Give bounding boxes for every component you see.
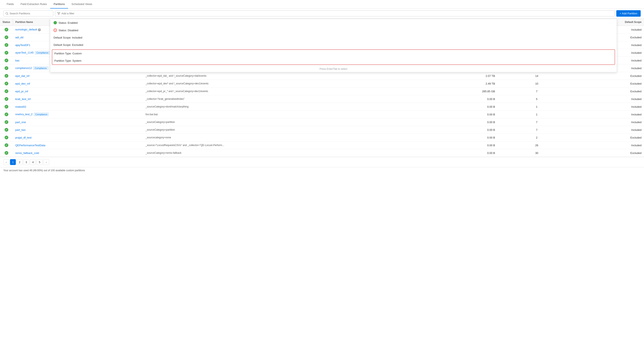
row-retention: 7 [498,126,576,134]
row-retention: 14 [498,72,576,80]
tab-fields[interactable]: Fields [3,0,17,8]
filter-partition-type-system[interactable]: Partition Type: System [52,57,615,64]
table-row: ✓QEPerformanceTestData_source="LocustReq… [0,142,644,149]
row-data-volume: 2.07 TB [405,72,498,80]
row-partition-name[interactable]: QEPerformanceTestData [13,142,143,149]
compliance-badge: Compliance [33,66,48,70]
status-icon-enabled: ✓ [4,51,8,54]
row-partition-name[interactable]: epd_dev_inf [13,80,143,88]
filter-dropdown: ✓ Status: Enabled ✕ Status: Disabled Def… [50,19,617,72]
row-data-volume: 0.00 B [405,126,498,134]
table-row: ✓remix_fallback_cold_sourceCategory=remi… [0,149,644,157]
row-data-volume: 0.00 B [405,149,498,157]
status-icon-enabled: ✓ [4,143,8,147]
filter-partition-type-custom[interactable]: Partition Type: Custom [52,50,615,57]
status-icon-enabled: ✓ [4,74,8,78]
page-5-button[interactable]: 5 [37,159,42,165]
page-4-button[interactable]: 4 [30,159,36,165]
tab-partitions[interactable]: Partitions [50,0,68,8]
row-data-volume: 2.49 TB [405,80,498,88]
row-data-volume: 0.00 B [405,142,498,149]
row-partition-name[interactable]: mstest02 [13,103,143,110]
status-icon-enabled: ✓ [4,105,8,108]
toolbar: + Add Partition ✓ Status: Enabled ✕ Stat… [0,8,644,18]
row-default-scope: Excluded [576,72,644,80]
filter-default-scope-included[interactable]: Default Scope: Included [50,34,617,41]
status-icon-enabled: ✓ [4,66,8,70]
row-partition-name[interactable]: epd_pr_inf [13,88,143,95]
pagination-bar: ‹ 1 2 3 4 5 › [0,157,644,167]
row-status: ✓ [0,118,13,126]
tabs-bar: Fields Field Extraction Rules Partitions… [0,0,644,8]
row-partition-name[interactable]: part_two [13,126,143,134]
row-partition-name[interactable]: nnehra_test_2Compliance [13,110,143,118]
page-3-button[interactable]: 3 [23,159,29,165]
help-icon[interactable]: ? [38,28,41,31]
row-routing: _collector=epd_dev* and !_sourceCategory… [143,80,405,88]
filter-status-enabled[interactable]: ✓ Status: Enabled [50,19,617,26]
table-row: ✓nnehra_test_2Compliancefoo.bar.baz0.00 … [0,110,644,118]
row-data-volume: 0.00 B [405,110,498,118]
row-status: ✓ [0,126,13,134]
row-retention: 7 [498,88,576,95]
row-status: ✓ [0,41,13,49]
filter-partition-type-custom-label: Partition Type: Custom [54,52,82,55]
search-box [3,10,53,16]
row-routing: _sourcecategory=none [143,134,405,142]
add-partition-button[interactable]: + Add Partition [616,10,641,17]
filter-input[interactable] [62,12,612,15]
row-routing: _collector=epd_dat_ and !_sourceCategory… [143,72,405,80]
row-partition-name[interactable]: prajal_df_test [13,134,143,142]
row-routing: _sourceCategory=dont/match/anything [143,103,405,110]
row-status: ✓ [0,64,13,72]
row-retention: 2 [498,134,576,142]
row-data-volume: 0.00 B [405,118,498,126]
filter-default-scope-included-label: Default Scope: Included [54,36,82,39]
row-status: ✓ [0,110,13,118]
page-1-button[interactable]: 1 [10,159,16,165]
row-data-volume: 0.00 B [405,103,498,110]
page-2-button[interactable]: 2 [17,159,22,165]
disabled-icon: ✕ [54,28,57,32]
row-partition-name[interactable]: part_one [13,118,143,126]
row-retention: 30 [498,149,576,157]
row-routing: _collector=epd_pr_* and !_sourceCategory… [143,88,405,95]
status-icon-enabled: ✓ [4,112,8,116]
table-row: ✓part_one_sourceCategory=partition0.00 B… [0,118,644,126]
row-partition-name[interactable]: krati_test_inf [13,95,143,103]
search-icon [6,12,8,15]
row-default-scope: Included [576,95,644,103]
row-routing: _source="LocustRequestsCSVs" and _collec… [143,142,405,149]
tab-field-extraction-rules[interactable]: Field Extraction Rules [17,0,50,8]
dropdown-footer: Press Enter/Tab to select [50,66,617,72]
filter-default-scope-excluded[interactable]: Default Scope: Excluded [50,41,617,48]
tab-scheduled-views[interactable]: Scheduled Views [68,0,96,8]
filter-status-disabled-label: Status: Disabled [58,29,78,32]
filter-default-scope-excluded-label: Default Scope: Excluded [54,43,83,46]
filter-status-disabled[interactable]: ✕ Status: Disabled [50,26,617,34]
footer-info: Your account has used 49 (49.00%) out of… [0,167,644,174]
next-page-button[interactable]: › [43,159,49,165]
status-icon-enabled: ✓ [4,136,8,140]
row-status: ✓ [0,26,13,34]
row-partition-name[interactable]: remix_fallback_cold [13,149,143,157]
row-routing: _sourceCategory=partition [143,126,405,134]
row-routing: _sourceCategory=remix-fallback [143,149,405,157]
row-status: ✓ [0,149,13,157]
row-retention: 10 [498,80,576,88]
filter-icon [57,12,60,15]
row-default-scope: Excluded [576,134,644,142]
row-data-volume: 0.00 B [405,134,498,142]
row-default-scope: Excluded [576,80,644,88]
status-icon-enabled: ✓ [4,151,8,155]
filter-partition-type-system-label: Partition Type: System [54,59,82,62]
row-partition-name[interactable]: epd_dat_inf [13,72,143,80]
status-icon-enabled: ✓ [4,28,8,32]
search-input[interactable] [10,12,51,15]
prev-page-button[interactable]: ‹ [3,159,9,165]
row-status: ✓ [0,142,13,149]
table-row: ✓mstest02_sourceCategory=dont/match/anyt… [0,103,644,110]
row-status: ✓ [0,95,13,103]
status-icon-enabled: ✓ [4,97,8,101]
row-data-volume: 285.85 GB [405,88,498,95]
